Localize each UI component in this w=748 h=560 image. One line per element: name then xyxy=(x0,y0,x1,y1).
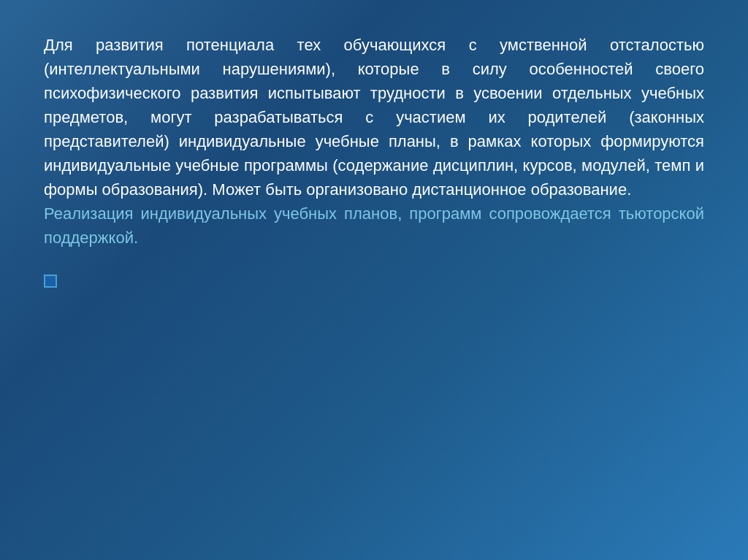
main-text: Для развития потенциала тех обучающихся … xyxy=(44,36,704,199)
bullet-square-icon xyxy=(44,275,57,288)
main-paragraph: Для развития потенциала тех обучающихся … xyxy=(44,33,704,250)
highlighted-text: Реализация индивидуальных учебных планов… xyxy=(44,204,704,247)
bullet-container xyxy=(44,275,704,288)
page-content: Для развития потенциала тех обучающихся … xyxy=(0,0,748,560)
